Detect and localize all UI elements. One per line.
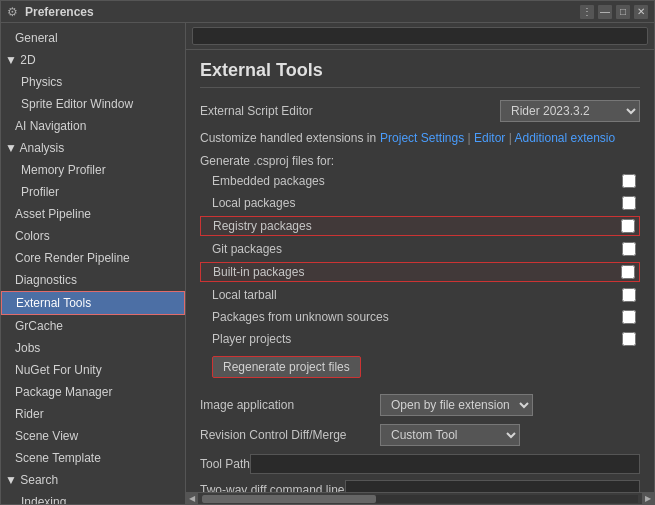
- image-application-row: Image application Open by file extension: [200, 394, 640, 416]
- packages-unknown-checkbox[interactable]: [622, 310, 636, 324]
- sidebar-item-general[interactable]: General: [1, 27, 185, 49]
- revision-control-label: Revision Control Diff/Merge: [200, 428, 380, 442]
- embedded-packages-label: Embedded packages: [212, 174, 622, 188]
- git-packages-label: Git packages: [212, 242, 622, 256]
- script-editor-value: Rider 2023.3.2: [500, 100, 640, 122]
- generate-section-header: Generate .csproj files for:: [200, 154, 640, 168]
- panel-title: External Tools: [200, 60, 640, 88]
- sidebar-item-colors[interactable]: Colors: [1, 225, 185, 247]
- embedded-packages-row: Embedded packages: [200, 172, 640, 190]
- search-bar: [186, 23, 654, 50]
- local-tarball-label: Local tarball: [212, 288, 622, 302]
- sidebar: General ▼ 2D Physics Sprite Editor Windo…: [1, 23, 186, 504]
- sidebar-item-external-tools[interactable]: External Tools: [1, 291, 185, 315]
- maximize-button[interactable]: □: [616, 5, 630, 19]
- gear-icon: ⚙: [7, 5, 21, 19]
- sidebar-item-analysis[interactable]: ▼ Analysis: [1, 137, 185, 159]
- window-title: Preferences: [25, 5, 580, 19]
- sidebar-item-sprite-editor[interactable]: Sprite Editor Window: [1, 93, 185, 115]
- two-way-diff-label: Two-way diff command line: [200, 483, 345, 492]
- minimize-button[interactable]: —: [598, 5, 612, 19]
- script-editor-row: External Script Editor Rider 2023.3.2: [200, 100, 640, 122]
- additional-extensions-link[interactable]: Additional extensio: [514, 131, 615, 145]
- image-application-dropdown[interactable]: Open by file extension: [380, 394, 533, 416]
- tool-path-label: Tool Path: [200, 457, 250, 471]
- packages-unknown-row: Packages from unknown sources: [200, 308, 640, 326]
- script-editor-dropdown[interactable]: Rider 2023.3.2: [500, 100, 640, 122]
- local-tarball-checkbox[interactable]: [622, 288, 636, 302]
- local-packages-label: Local packages: [212, 196, 622, 210]
- sidebar-item-indexing[interactable]: Indexing: [1, 491, 185, 504]
- sidebar-item-physics[interactable]: Physics: [1, 71, 185, 93]
- two-way-diff-input[interactable]: [345, 480, 640, 492]
- window-controls: ⋮ — □ ✕: [580, 5, 648, 19]
- project-settings-link[interactable]: Project Settings: [380, 131, 464, 145]
- registry-packages-label: Registry packages: [213, 219, 621, 233]
- sidebar-item-nuget[interactable]: NuGet For Unity: [1, 359, 185, 381]
- registry-packages-row: Registry packages: [200, 216, 640, 236]
- panel-content: External Tools External Script Editor Ri…: [186, 50, 654, 492]
- sidebar-item-jobs[interactable]: Jobs: [1, 337, 185, 359]
- sidebar-item-asset-pipeline[interactable]: Asset Pipeline: [1, 203, 185, 225]
- horizontal-scrollbar: ◀ ▶: [186, 492, 654, 504]
- h-scroll-track[interactable]: [202, 495, 638, 503]
- sidebar-item-memory-profiler[interactable]: Memory Profiler: [1, 159, 185, 181]
- player-projects-row: Player projects: [200, 330, 640, 348]
- scroll-left-button[interactable]: ◀: [186, 493, 198, 505]
- sidebar-item-diagnostics[interactable]: Diagnostics: [1, 269, 185, 291]
- editor-link[interactable]: Editor: [474, 131, 505, 145]
- close-button[interactable]: ✕: [634, 5, 648, 19]
- revision-control-row: Revision Control Diff/Merge Custom Tool: [200, 424, 640, 446]
- scroll-right-button[interactable]: ▶: [642, 493, 654, 505]
- two-way-diff-row: Two-way diff command line: [200, 480, 640, 492]
- sidebar-item-core-render-pipeline[interactable]: Core Render Pipeline: [1, 247, 185, 269]
- menu-button[interactable]: ⋮: [580, 5, 594, 19]
- player-projects-checkbox[interactable]: [622, 332, 636, 346]
- preferences-window: ⚙ Preferences ⋮ — □ ✕ General ▼ 2D Physi…: [0, 0, 655, 505]
- local-tarball-row: Local tarball: [200, 286, 640, 304]
- regenerate-button[interactable]: Regenerate project files: [212, 356, 361, 378]
- main-panel: External Tools External Script Editor Ri…: [186, 23, 654, 504]
- git-packages-checkbox[interactable]: [622, 242, 636, 256]
- sidebar-item-rider[interactable]: Rider: [1, 403, 185, 425]
- local-packages-row: Local packages: [200, 194, 640, 212]
- revision-control-dropdown[interactable]: Custom Tool: [380, 424, 520, 446]
- packages-unknown-label: Packages from unknown sources: [212, 310, 622, 324]
- sidebar-item-scene-template[interactable]: Scene Template: [1, 447, 185, 469]
- builtin-packages-label: Built-in packages: [213, 265, 621, 279]
- git-packages-row: Git packages: [200, 240, 640, 258]
- sidebar-item-scene-view[interactable]: Scene View: [1, 425, 185, 447]
- sidebar-item-package-manager[interactable]: Package Manager: [1, 381, 185, 403]
- builtin-packages-row: Built-in packages: [200, 262, 640, 282]
- sidebar-item-gr-cache[interactable]: GrCache: [1, 315, 185, 337]
- tool-path-row: Tool Path: [200, 454, 640, 474]
- h-scroll-thumb: [202, 495, 376, 503]
- sidebar-item-profiler[interactable]: Profiler: [1, 181, 185, 203]
- player-projects-label: Player projects: [212, 332, 622, 346]
- customize-label: Customize handled extensions in: [200, 131, 376, 145]
- sidebar-item-2d[interactable]: ▼ 2D: [1, 49, 185, 71]
- local-packages-checkbox[interactable]: [622, 196, 636, 210]
- search-input[interactable]: [192, 27, 648, 45]
- title-bar: ⚙ Preferences ⋮ — □ ✕: [1, 1, 654, 23]
- content-area: General ▼ 2D Physics Sprite Editor Windo…: [1, 23, 654, 504]
- tool-path-input[interactable]: [250, 454, 640, 474]
- builtin-packages-checkbox[interactable]: [621, 265, 635, 279]
- customize-row: Customize handled extensions in Project …: [200, 128, 640, 148]
- sidebar-item-ai-navigation[interactable]: AI Navigation: [1, 115, 185, 137]
- embedded-packages-checkbox[interactable]: [622, 174, 636, 188]
- script-editor-label: External Script Editor: [200, 104, 313, 118]
- sidebar-item-search[interactable]: ▼ Search: [1, 469, 185, 491]
- registry-packages-checkbox[interactable]: [621, 219, 635, 233]
- image-application-label: Image application: [200, 398, 380, 412]
